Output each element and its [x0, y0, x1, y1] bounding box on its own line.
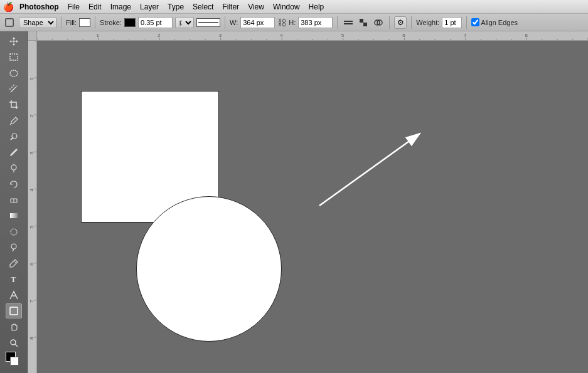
sep7 — [466, 16, 467, 29]
menu-window[interactable]: Window — [269, 1, 304, 13]
svg-point-12 — [9, 88, 11, 90]
svg-point-8 — [10, 70, 18, 76]
h-label: H: — [289, 19, 296, 26]
weight-input[interactable] — [442, 17, 462, 28]
settings-gear-icon[interactable]: ⚙ — [394, 16, 407, 29]
stroke-unit-dropdown[interactable]: pt px — [175, 17, 194, 28]
tool-clone[interactable] — [6, 160, 22, 176]
path-arrange-icon[interactable] — [357, 16, 370, 29]
svg-rect-3 — [360, 19, 363, 23]
svg-rect-4 — [363, 23, 367, 26]
svg-rect-1 — [344, 21, 353, 22]
tool-rect-select[interactable] — [6, 50, 22, 65]
toolbar: Shape Path Pixels Fill: Stroke: pt px W:… — [0, 14, 588, 31]
menu-image[interactable]: Image — [106, 1, 136, 13]
stroke-line-style[interactable] — [196, 18, 220, 27]
shape-dropdown[interactable]: Shape Path Pixels — [19, 17, 56, 28]
menu-file[interactable]: File — [63, 1, 84, 13]
svg-point-24 — [11, 244, 16, 249]
align-edges-label: Align Edges — [481, 19, 518, 26]
tool-brush[interactable] — [6, 145, 22, 160]
tool-crop[interactable] — [6, 97, 22, 112]
tool-dodge[interactable] — [6, 240, 22, 255]
tool-history[interactable] — [6, 177, 22, 192]
svg-line-16 — [11, 137, 13, 140]
menu-photoshop[interactable]: Photoshop — [15, 1, 63, 13]
drawing-area[interactable] — [37, 41, 588, 373]
chain-link-icon[interactable]: ⛓ — [277, 18, 286, 28]
tool-gradient[interactable] — [6, 208, 22, 223]
tool-move[interactable] — [6, 34, 22, 49]
menu-help[interactable]: Help — [304, 1, 329, 13]
tool-shape[interactable] — [6, 303, 22, 318]
svg-point-30 — [11, 340, 16, 345]
menu-edit[interactable]: Edit — [84, 1, 106, 13]
tool-eraser[interactable] — [6, 192, 22, 208]
arrow-line — [319, 134, 420, 206]
menu-view[interactable]: View — [243, 1, 269, 13]
fill-color-swatch[interactable] — [79, 18, 90, 27]
sep6 — [411, 16, 412, 29]
vertical-ruler — [28, 41, 37, 373]
svg-line-14 — [10, 123, 11, 125]
align-edges-checkbox[interactable] — [471, 18, 479, 26]
svg-rect-2 — [344, 23, 353, 24]
svg-line-25 — [13, 249, 14, 251]
h-ruler-canvas — [37, 31, 588, 41]
svg-rect-7 — [10, 54, 18, 60]
svg-point-13 — [13, 85, 14, 86]
menu-filter[interactable]: Filter — [218, 1, 243, 13]
main-area: T — [0, 31, 588, 373]
weight-label: Weight: — [416, 19, 439, 26]
sep2 — [95, 16, 95, 29]
menu-type[interactable]: Type — [163, 1, 188, 13]
stroke-line-inner — [198, 22, 218, 23]
w-label: W: — [230, 19, 238, 26]
menu-select[interactable]: Select — [188, 1, 218, 13]
toolbox: T — [0, 31, 28, 373]
svg-point-23 — [11, 229, 17, 235]
menu-layer[interactable]: Layer — [136, 1, 163, 13]
svg-text:T: T — [11, 275, 16, 284]
apple-menu[interactable]: 🍎 — [3, 1, 14, 13]
tool-lasso[interactable] — [6, 66, 22, 81]
svg-line-26 — [14, 261, 16, 263]
svg-point-17 — [11, 165, 16, 170]
tool-spot-heal[interactable] — [6, 129, 22, 144]
ruler-row — [28, 31, 588, 41]
svg-line-9 — [11, 87, 16, 92]
tool-blur[interactable] — [6, 224, 22, 239]
tool-text[interactable]: T — [6, 271, 22, 286]
tool-pen[interactable] — [6, 256, 22, 271]
align-edges-area[interactable]: Align Edges — [471, 18, 518, 26]
tool-eyedropper[interactable] — [6, 113, 22, 128]
tool-path-select[interactable] — [6, 288, 22, 303]
svg-line-31 — [15, 344, 18, 347]
tool-hand[interactable] — [6, 319, 22, 334]
v-ruler-canvas — [28, 41, 37, 373]
circle-shape[interactable] — [136, 196, 282, 342]
width-input[interactable] — [240, 17, 275, 28]
path-align-icon[interactable] — [342, 16, 355, 29]
sep3 — [225, 16, 225, 29]
stroke-label: Stroke: — [100, 19, 122, 26]
tool-magic-wand[interactable] — [6, 81, 22, 97]
canvas-container — [28, 31, 588, 373]
path-ops-icon[interactable] — [372, 16, 385, 29]
fg-bg-colors — [4, 352, 23, 368]
bg-color-swatch[interactable] — [10, 357, 19, 365]
horizontal-ruler — [37, 31, 588, 41]
sep5 — [389, 16, 390, 29]
canvas-row — [28, 41, 588, 373]
stroke-size-input[interactable] — [138, 17, 173, 28]
sep4 — [337, 16, 338, 29]
height-input[interactable] — [298, 17, 333, 28]
sep1 — [61, 16, 61, 29]
toolbar-tool-icon — [3, 16, 16, 29]
svg-marker-10 — [16, 85, 18, 87]
svg-point-11 — [11, 87, 13, 88]
svg-rect-0 — [6, 18, 13, 26]
tool-zoom[interactable] — [6, 335, 22, 350]
stroke-color-swatch[interactable] — [124, 18, 136, 27]
menu-bar: 🍎 Photoshop File Edit Image Layer Type S… — [0, 0, 588, 14]
